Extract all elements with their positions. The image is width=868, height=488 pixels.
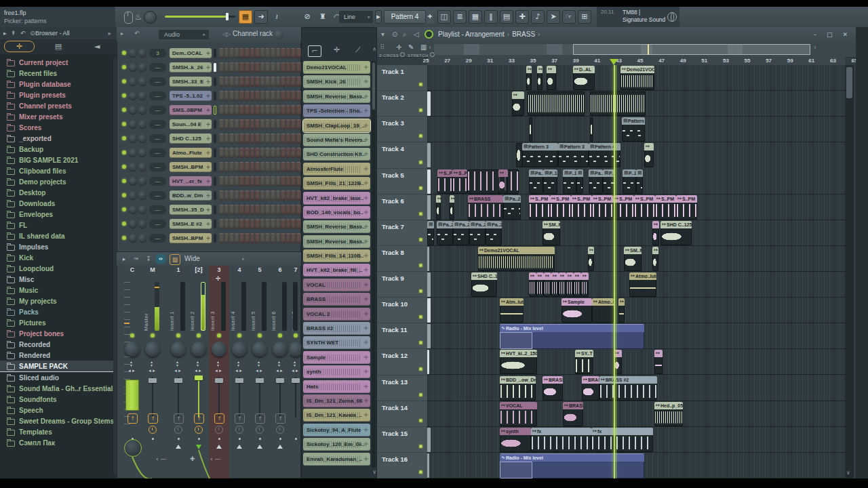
channel-pattern-box[interactable]: — xyxy=(149,92,166,100)
step-cell[interactable] xyxy=(281,48,285,58)
playlist-clip[interactable] xyxy=(547,66,556,90)
playlist-toggle-button[interactable] xyxy=(437,10,451,24)
channel-pattern-box[interactable]: — xyxy=(149,163,166,171)
step-cell[interactable] xyxy=(245,105,250,115)
step-cell[interactable] xyxy=(286,205,291,215)
step-cell[interactable] xyxy=(265,48,270,58)
step-cell[interactable] xyxy=(224,105,229,115)
strip-led[interactable] xyxy=(294,333,298,338)
step-cell[interactable] xyxy=(245,176,250,186)
channel-pattern-box[interactable]: — xyxy=(149,120,166,129)
routing-arrow[interactable] xyxy=(216,445,222,449)
step-cell[interactable] xyxy=(296,233,301,243)
step-cell[interactable] xyxy=(229,62,234,73)
channel-led[interactable] xyxy=(122,136,126,140)
step-cell[interactable] xyxy=(255,119,260,129)
track-header[interactable]: Track 5 xyxy=(377,169,427,195)
step-cell[interactable] xyxy=(281,190,285,201)
picker-item[interactable]: Sample xyxy=(303,351,370,364)
channel-mute-bar[interactable] xyxy=(214,106,216,115)
step-cell[interactable] xyxy=(260,162,265,172)
step-cell[interactable] xyxy=(245,162,250,172)
step-cell[interactable] xyxy=(281,205,285,215)
step-cell[interactable] xyxy=(229,205,234,215)
step-cell[interactable] xyxy=(296,162,301,172)
step-cell[interactable] xyxy=(235,134,239,144)
volume-knob[interactable] xyxy=(138,63,146,71)
playlist-clip[interactable]: fx xyxy=(591,428,653,452)
step-cell[interactable] xyxy=(281,77,285,87)
step-cell[interactable] xyxy=(239,233,244,243)
step-cell[interactable] xyxy=(250,190,255,201)
channel-pattern-box[interactable]: — xyxy=(149,63,166,72)
step-sequencer[interactable] xyxy=(219,77,301,87)
playlist-clip[interactable]: P..1 xyxy=(543,169,557,194)
step-cell[interactable] xyxy=(239,148,244,158)
step-cell[interactable] xyxy=(260,134,265,144)
step-cell[interactable] xyxy=(265,119,270,129)
menu-icon[interactable] xyxy=(119,254,129,264)
focus-icon[interactable] xyxy=(392,27,397,42)
step-cell[interactable] xyxy=(271,219,275,229)
playlist-clip[interactable] xyxy=(436,195,441,220)
step-cell[interactable] xyxy=(271,176,275,186)
playlist-clip[interactable]: BRASS xyxy=(468,195,503,220)
browser-item[interactable]: Misc xyxy=(0,274,117,285)
step-cell[interactable] xyxy=(229,176,234,186)
playlist-clip[interactable]: Radio - Mix level xyxy=(500,453,644,479)
channel-button[interactable]: Dem..OCAL xyxy=(170,48,212,58)
wait-icon[interactable] xyxy=(270,10,283,24)
browser-item[interactable]: Soundfonts xyxy=(0,394,117,405)
step-cell[interactable] xyxy=(286,119,291,129)
routing-arrow[interactable] xyxy=(176,445,181,449)
step-cell[interactable] xyxy=(260,119,265,129)
step-cell[interactable] xyxy=(239,190,244,201)
step-cell[interactable] xyxy=(235,91,239,101)
step-cell[interactable] xyxy=(235,119,239,129)
playlist-clip[interactable] xyxy=(498,169,508,194)
step-cell[interactable] xyxy=(235,176,239,186)
playlist-clip[interactable] xyxy=(427,92,431,116)
step-cell[interactable] xyxy=(235,148,239,158)
browser-item[interactable]: Pictures xyxy=(0,317,117,328)
step-cell[interactable] xyxy=(250,176,255,186)
playlist-clip[interactable]: Pa..1 xyxy=(589,169,603,194)
step-cell[interactable] xyxy=(219,219,224,229)
playlist-clip[interactable] xyxy=(526,66,532,90)
picker-item[interactable]: SMSH_Reverse_Bass.. xyxy=(303,235,370,248)
undo-icon[interactable] xyxy=(134,30,140,37)
browser-item[interactable]: Envelopes xyxy=(0,209,117,220)
step-cell[interactable] xyxy=(224,119,229,129)
step-cell[interactable] xyxy=(250,148,255,158)
track-header[interactable]: Track 3 xyxy=(377,117,427,142)
channel-button[interactable]: HVT_..er_fx xyxy=(170,176,212,186)
strip-number[interactable]: 7 xyxy=(290,266,301,273)
step-cell[interactable] xyxy=(224,62,229,73)
step-cell[interactable] xyxy=(255,148,260,158)
track-led[interactable] xyxy=(418,263,423,268)
step-cell[interactable] xyxy=(229,77,234,87)
piano-roll-toggle-button[interactable] xyxy=(453,10,467,24)
step-cell[interactable] xyxy=(286,148,291,158)
browser-item[interactable]: Sound Mafia - Gh..r Essentials Vol.1 xyxy=(0,383,117,394)
step-cell[interactable] xyxy=(265,105,270,115)
step-cell[interactable] xyxy=(291,176,296,186)
browser-item[interactable]: Rendered xyxy=(0,350,117,361)
step-cell[interactable] xyxy=(296,205,301,215)
step-cell[interactable] xyxy=(281,105,285,115)
step-cell[interactable] xyxy=(219,105,224,115)
playlist-clip[interactable] xyxy=(590,92,646,116)
channel-button[interactable]: SMSH..35_D xyxy=(170,205,212,215)
volume-knob[interactable] xyxy=(138,234,146,242)
step-cell[interactable] xyxy=(296,148,301,158)
step-cell[interactable] xyxy=(255,134,260,144)
step-cell[interactable] xyxy=(286,190,291,201)
step-cell[interactable] xyxy=(271,119,275,129)
channel-mute-bar[interactable] xyxy=(214,148,216,157)
step-cell[interactable] xyxy=(281,91,285,101)
step-cell[interactable] xyxy=(245,134,250,144)
browser-item[interactable]: BIG SAMPLE 2021 xyxy=(0,155,117,165)
step-cell[interactable] xyxy=(271,62,275,73)
browser-item[interactable]: Scores xyxy=(0,122,117,133)
channel-button[interactable]: Atmo..Flute xyxy=(170,148,212,158)
